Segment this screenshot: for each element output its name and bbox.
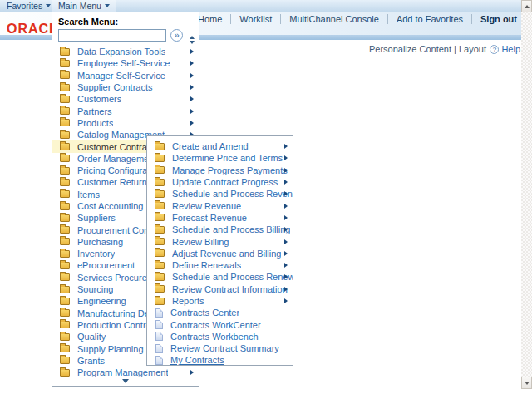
folder-icon bbox=[60, 155, 70, 162]
submenu-arrow-icon bbox=[284, 298, 288, 303]
tab-main-menu[interactable]: Main Menu bbox=[52, 0, 116, 12]
folder-icon bbox=[60, 119, 70, 126]
submenu-item-review-revenue[interactable]: Review Revenue bbox=[147, 200, 293, 211]
menu-item-label: Order Management bbox=[77, 154, 156, 164]
tab-divider bbox=[47, 1, 47, 12]
folder-icon bbox=[60, 167, 70, 175]
submenu-arrow-icon bbox=[284, 155, 288, 160]
folder-icon bbox=[60, 309, 70, 317]
folder-icon bbox=[60, 71, 70, 79]
menu-item-label: Purchasing bbox=[77, 237, 123, 247]
down-arrow-icon bbox=[525, 382, 530, 385]
folder-icon bbox=[155, 190, 165, 198]
submenu-item-review-billing[interactable]: Review Billing bbox=[147, 235, 293, 247]
submenu-item-contracts-center[interactable]: Contracts Center bbox=[147, 307, 293, 318]
menu-item-label: Data Expansion Tools bbox=[77, 47, 165, 57]
nav-link-worklist[interactable]: Worklist bbox=[231, 14, 281, 24]
resize-up-arrow-icon bbox=[190, 36, 195, 39]
folder-icon bbox=[155, 273, 165, 281]
submenu-arrow-icon bbox=[284, 215, 288, 220]
document-icon bbox=[155, 332, 163, 341]
help-link[interactable]: ? Help bbox=[490, 44, 520, 54]
document-icon bbox=[155, 308, 163, 318]
folder-icon bbox=[60, 48, 70, 56]
menu-item-label: Contracts WorkCenter bbox=[170, 320, 261, 330]
submenu-item-my-contracts[interactable]: My Contracts bbox=[147, 354, 293, 366]
document-icon bbox=[155, 344, 163, 353]
submenu-item-forecast-revenue[interactable]: Forecast Revenue bbox=[147, 212, 293, 224]
menu-scroll-down-icon[interactable] bbox=[52, 379, 199, 383]
scrollbar-up-button[interactable] bbox=[521, 0, 532, 12]
menu-item-label: Schedule and Process Billing bbox=[172, 224, 290, 234]
folder-icon bbox=[60, 238, 70, 245]
folder-icon bbox=[155, 249, 165, 257]
submenu-item-define-renewals[interactable]: Define Renewals bbox=[147, 259, 293, 271]
folder-icon bbox=[60, 345, 70, 352]
search-area: Search Menu: » bbox=[52, 12, 199, 42]
menu-item-customers[interactable]: Customers bbox=[52, 93, 199, 105]
menu-item-label: Customers bbox=[77, 94, 121, 104]
submenu-arrow-icon bbox=[284, 239, 288, 244]
tab-favorites-label: Favorites bbox=[7, 1, 42, 11]
menu-item-label: Forecast Revenue bbox=[172, 213, 247, 223]
top-nav-links: HomeWorklistMultiChannel ConsoleAdd to F… bbox=[190, 13, 517, 24]
submenu-arrow-icon bbox=[284, 227, 288, 232]
nav-link-add-to-favorites[interactable]: Add to Favorites bbox=[388, 14, 472, 24]
submenu-arrow-icon bbox=[190, 109, 194, 114]
nav-link-multichannel-console[interactable]: MultiChannel Console bbox=[281, 14, 388, 24]
menu-item-label: Supplier Contracts bbox=[77, 82, 153, 92]
help-label: Help bbox=[501, 44, 520, 54]
folder-icon bbox=[60, 273, 70, 281]
submenu-item-determine-price-and-terms[interactable]: Determine Price and Terms bbox=[147, 152, 293, 164]
search-go-button[interactable]: » bbox=[170, 29, 183, 42]
menu-item-label: Schedule and Process Renewals bbox=[172, 272, 293, 282]
folder-icon bbox=[155, 143, 165, 150]
submenu-item-manage-progress-payments[interactable]: Manage Progress Payments bbox=[147, 165, 293, 176]
submenu-item-adjust-revenue-and-billing[interactable]: Adjust Revenue and Billing bbox=[147, 248, 293, 259]
menu-item-label: Inventory bbox=[77, 249, 115, 259]
submenu-arrow-icon bbox=[190, 49, 194, 54]
submenu-item-review-contract-information[interactable]: Review Contract Information bbox=[147, 283, 293, 295]
submenu-item-update-contract-progress[interactable]: Update Contract Progress bbox=[147, 176, 293, 188]
menu-item-label: Suppliers bbox=[77, 213, 116, 223]
submenu-item-contracts-workbench[interactable]: Contracts Workbench bbox=[147, 331, 293, 342]
chevron-down-icon bbox=[105, 4, 110, 7]
submenu-item-contracts-workcenter[interactable]: Contracts WorkCenter bbox=[147, 318, 293, 330]
folder-icon bbox=[60, 357, 70, 364]
folder-icon bbox=[155, 214, 165, 221]
nav-link-sign-out[interactable]: Sign out bbox=[472, 14, 517, 24]
folder-icon bbox=[60, 84, 70, 91]
submenu-item-create-and-amend[interactable]: Create and Amend bbox=[147, 140, 293, 152]
menu-item-label: Employee Self-Service bbox=[77, 58, 170, 68]
submenu-arrow-icon bbox=[190, 370, 194, 375]
menu-item-data-expansion-tools[interactable]: Data Expansion Tools bbox=[52, 46, 199, 57]
menu-item-supplier-contracts[interactable]: Supplier Contracts bbox=[52, 81, 199, 93]
menu-item-label: Sourcing bbox=[77, 284, 113, 294]
menu-item-manager-self-service[interactable]: Manager Self-Service bbox=[52, 70, 199, 81]
menu-item-partners[interactable]: Partners bbox=[52, 105, 199, 116]
menu-item-label: Determine Price and Terms bbox=[172, 153, 283, 163]
page-scrollbar[interactable] bbox=[521, 0, 532, 389]
menu-item-label: Engineering bbox=[77, 296, 126, 306]
tab-main-menu-label: Main Menu bbox=[58, 1, 101, 11]
submenu-arrow-icon bbox=[284, 168, 288, 173]
folder-icon bbox=[155, 226, 165, 234]
submenu-item-schedule-and-process-billing[interactable]: Schedule and Process Billing bbox=[147, 224, 293, 235]
scrollbar-down-button[interactable] bbox=[521, 377, 532, 389]
menu-item-products[interactable]: Products bbox=[52, 117, 199, 129]
folder-icon bbox=[60, 214, 70, 222]
submenu-item-schedule-and-process-revenue[interactable]: Schedule and Process Revenue bbox=[147, 188, 293, 200]
submenu-item-schedule-and-process-renewals[interactable]: Schedule and Process Renewals bbox=[147, 271, 293, 283]
personalize-content-layout-link[interactable]: Personalize Content | Layout bbox=[369, 44, 486, 54]
menu-item-program-management[interactable]: Program Management bbox=[52, 367, 199, 378]
menu-item-label: Define Renewals bbox=[172, 260, 241, 270]
submenu-item-reports[interactable]: Reports bbox=[147, 295, 293, 307]
menu-resize-icon[interactable] bbox=[190, 36, 195, 44]
menu-item-employee-self-service[interactable]: Employee Self-Service bbox=[52, 57, 199, 69]
menu-item-label: Contracts Workbench bbox=[170, 332, 259, 342]
folder-icon bbox=[60, 96, 70, 103]
submenu-item-review-contract-summary[interactable]: Review Contract Summary bbox=[147, 342, 293, 354]
menu-item-label: Customer Returns bbox=[77, 177, 151, 187]
search-input[interactable] bbox=[58, 29, 166, 42]
menu-item-label: Manage Progress Payments bbox=[172, 165, 288, 175]
